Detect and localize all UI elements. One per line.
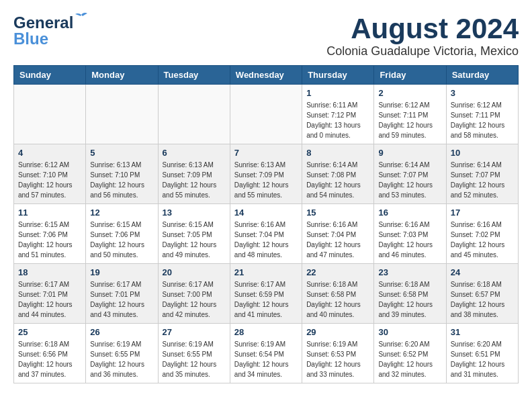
day-info: Sunrise: 6:12 AM Sunset: 7:10 PM Dayligh… [18, 160, 81, 200]
day-info: Sunrise: 6:18 AM Sunset: 6:56 PM Dayligh… [18, 339, 81, 379]
calendar-cell: 24Sunrise: 6:18 AM Sunset: 6:57 PM Dayli… [446, 264, 518, 324]
day-number: 21 [234, 267, 298, 277]
day-info: Sunrise: 6:19 AM Sunset: 6:55 PM Dayligh… [90, 339, 153, 379]
calendar-cell: 27Sunrise: 6:19 AM Sunset: 6:55 PM Dayli… [158, 324, 230, 383]
calendar-cell: 9Sunrise: 6:14 AM Sunset: 7:07 PM Daylig… [374, 144, 446, 204]
day-info: Sunrise: 6:17 AM Sunset: 7:01 PM Dayligh… [18, 279, 81, 320]
day-info: Sunrise: 6:20 AM Sunset: 6:52 PM Dayligh… [378, 339, 441, 379]
calendar-cell: 25Sunrise: 6:18 AM Sunset: 6:56 PM Dayli… [14, 324, 86, 383]
day-info: Sunrise: 6:17 AM Sunset: 7:00 PM Dayligh… [163, 279, 226, 320]
day-number: 19 [90, 267, 153, 277]
day-number: 1 [306, 88, 369, 98]
calendar-cell [230, 85, 302, 144]
calendar-header-row: SundayMondayTuesdayWednesdayThursdayFrid… [14, 66, 519, 85]
day-info: Sunrise: 6:17 AM Sunset: 7:01 PM Dayligh… [90, 279, 153, 320]
day-number: 7 [234, 148, 298, 158]
day-info: Sunrise: 6:14 AM Sunset: 7:07 PM Dayligh… [378, 160, 441, 200]
day-number: 30 [378, 327, 441, 337]
calendar-cell: 20Sunrise: 6:17 AM Sunset: 7:00 PM Dayli… [158, 264, 230, 324]
page-subtitle: Colonia Guadalupe Victoria, Mexico [326, 44, 519, 58]
day-number: 24 [451, 267, 514, 277]
day-number: 11 [18, 208, 81, 218]
day-info: Sunrise: 6:16 AM Sunset: 7:03 PM Dayligh… [378, 220, 441, 260]
day-number: 13 [163, 208, 226, 218]
calendar-cell: 26Sunrise: 6:19 AM Sunset: 6:55 PM Dayli… [86, 324, 158, 383]
day-number: 12 [90, 208, 153, 218]
calendar-cell: 12Sunrise: 6:15 AM Sunset: 7:06 PM Dayli… [86, 204, 158, 264]
calendar-cell: 11Sunrise: 6:15 AM Sunset: 7:06 PM Dayli… [14, 204, 86, 264]
day-info: Sunrise: 6:14 AM Sunset: 7:08 PM Dayligh… [306, 160, 369, 200]
day-info: Sunrise: 6:18 AM Sunset: 6:58 PM Dayligh… [306, 279, 369, 320]
day-info: Sunrise: 6:18 AM Sunset: 6:57 PM Dayligh… [451, 279, 514, 320]
calendar-cell: 10Sunrise: 6:14 AM Sunset: 7:07 PM Dayli… [446, 144, 518, 204]
logo-blue: Blue [13, 30, 48, 48]
day-number: 20 [163, 267, 226, 277]
day-info: Sunrise: 6:15 AM Sunset: 7:06 PM Dayligh… [18, 220, 81, 260]
day-number: 16 [378, 208, 441, 218]
day-header-saturday: Saturday [446, 66, 518, 85]
calendar-cell [158, 85, 230, 144]
logo: General Blue [13, 13, 73, 48]
calendar-cell: 19Sunrise: 6:17 AM Sunset: 7:01 PM Dayli… [86, 264, 158, 324]
title-block: August 2024 Colonia Guadalupe Victoria, … [326, 13, 519, 58]
day-info: Sunrise: 6:19 AM Sunset: 6:53 PM Dayligh… [306, 339, 369, 379]
day-info: Sunrise: 6:16 AM Sunset: 7:02 PM Dayligh… [451, 220, 514, 260]
day-info: Sunrise: 6:14 AM Sunset: 7:07 PM Dayligh… [451, 160, 514, 200]
calendar-cell: 21Sunrise: 6:17 AM Sunset: 6:59 PM Dayli… [230, 264, 302, 324]
day-info: Sunrise: 6:15 AM Sunset: 7:06 PM Dayligh… [90, 220, 153, 260]
day-info: Sunrise: 6:11 AM Sunset: 7:12 PM Dayligh… [306, 100, 369, 140]
calendar-cell: 5Sunrise: 6:13 AM Sunset: 7:10 PM Daylig… [86, 144, 158, 204]
calendar-cell: 17Sunrise: 6:16 AM Sunset: 7:02 PM Dayli… [446, 204, 518, 264]
day-number: 10 [451, 148, 514, 158]
day-info: Sunrise: 6:15 AM Sunset: 7:05 PM Dayligh… [163, 220, 226, 260]
day-info: Sunrise: 6:20 AM Sunset: 6:51 PM Dayligh… [451, 339, 514, 379]
day-number: 18 [18, 267, 81, 277]
day-info: Sunrise: 6:17 AM Sunset: 6:59 PM Dayligh… [234, 279, 298, 320]
day-number: 27 [163, 327, 226, 337]
logo-general: General [13, 13, 73, 32]
calendar-week-row: 18Sunrise: 6:17 AM Sunset: 7:01 PM Dayli… [14, 264, 519, 324]
day-info: Sunrise: 6:19 AM Sunset: 6:54 PM Dayligh… [234, 339, 298, 379]
day-header-friday: Friday [374, 66, 446, 85]
day-header-sunday: Sunday [14, 66, 86, 85]
day-info: Sunrise: 6:12 AM Sunset: 7:11 PM Dayligh… [378, 100, 441, 140]
calendar-week-row: 4Sunrise: 6:12 AM Sunset: 7:10 PM Daylig… [14, 144, 519, 204]
day-header-monday: Monday [86, 66, 158, 85]
calendar-cell: 31Sunrise: 6:20 AM Sunset: 6:51 PM Dayli… [446, 324, 518, 383]
calendar-cell: 16Sunrise: 6:16 AM Sunset: 7:03 PM Dayli… [374, 204, 446, 264]
day-number: 31 [451, 327, 514, 337]
day-number: 8 [306, 148, 369, 158]
day-info: Sunrise: 6:12 AM Sunset: 7:11 PM Dayligh… [451, 100, 514, 140]
day-number: 3 [451, 88, 514, 98]
calendar-week-row: 11Sunrise: 6:15 AM Sunset: 7:06 PM Dayli… [14, 204, 519, 264]
day-number: 25 [18, 327, 81, 337]
day-info: Sunrise: 6:13 AM Sunset: 7:09 PM Dayligh… [163, 160, 226, 200]
page-title: August 2024 [326, 13, 519, 44]
day-number: 23 [378, 267, 441, 277]
day-info: Sunrise: 6:13 AM Sunset: 7:09 PM Dayligh… [234, 160, 298, 200]
day-info: Sunrise: 6:16 AM Sunset: 7:04 PM Dayligh… [234, 220, 298, 260]
day-header-tuesday: Tuesday [158, 66, 230, 85]
day-number: 29 [306, 327, 369, 337]
calendar-cell: 29Sunrise: 6:19 AM Sunset: 6:53 PM Dayli… [302, 324, 374, 383]
day-number: 17 [451, 208, 514, 218]
calendar-cell: 28Sunrise: 6:19 AM Sunset: 6:54 PM Dayli… [230, 324, 302, 383]
calendar-cell: 22Sunrise: 6:18 AM Sunset: 6:58 PM Dayli… [302, 264, 374, 324]
calendar-cell: 1Sunrise: 6:11 AM Sunset: 7:12 PM Daylig… [302, 85, 374, 144]
day-header-thursday: Thursday [302, 66, 374, 85]
calendar-cell [14, 85, 86, 144]
day-info: Sunrise: 6:18 AM Sunset: 6:58 PM Dayligh… [378, 279, 441, 320]
day-number: 9 [378, 148, 441, 158]
logo-bird-icon [75, 12, 88, 23]
day-number: 28 [234, 327, 298, 337]
page-header: General Blue August 2024 Colonia Guadalu… [13, 13, 519, 58]
calendar-cell [86, 85, 158, 144]
calendar-cell: 23Sunrise: 6:18 AM Sunset: 6:58 PM Dayli… [374, 264, 446, 324]
calendar-cell: 3Sunrise: 6:12 AM Sunset: 7:11 PM Daylig… [446, 85, 518, 144]
day-info: Sunrise: 6:16 AM Sunset: 7:04 PM Dayligh… [306, 220, 369, 260]
calendar-week-row: 1Sunrise: 6:11 AM Sunset: 7:12 PM Daylig… [14, 85, 519, 144]
day-number: 22 [306, 267, 369, 277]
day-info: Sunrise: 6:19 AM Sunset: 6:55 PM Dayligh… [163, 339, 226, 379]
calendar-cell: 2Sunrise: 6:12 AM Sunset: 7:11 PM Daylig… [374, 85, 446, 144]
day-number: 14 [234, 208, 298, 218]
